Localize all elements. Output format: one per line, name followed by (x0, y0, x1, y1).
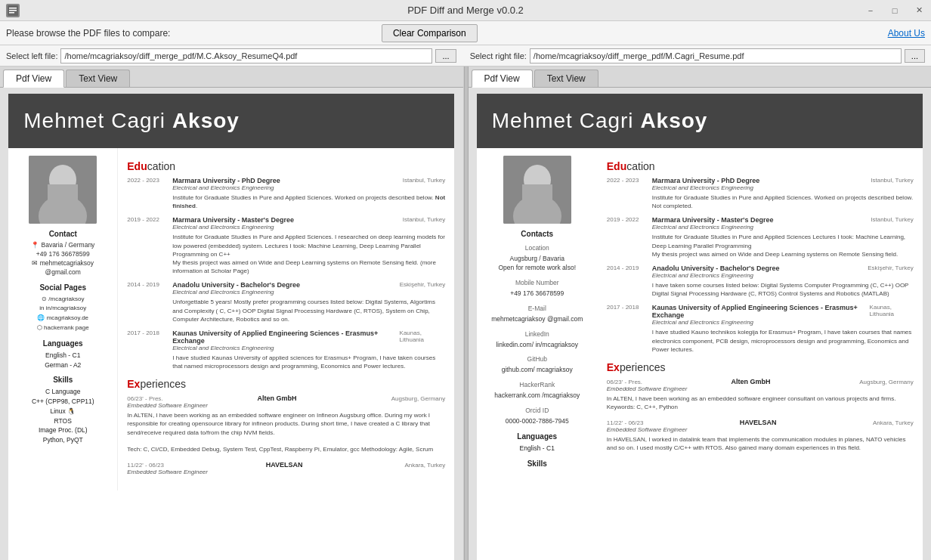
right-mobile-label: Mobile Number (483, 279, 592, 286)
left-resume-left-col: Contact 📍 Bavaria / Germany +49 176 3667… (8, 148, 118, 490)
right-mobile-val: +49 176 36678599 (483, 289, 592, 299)
right-edu-item-1: 2019 - 2022 Marmara University - Master'… (607, 216, 914, 258)
right-name-bold: Aksoy (640, 109, 707, 132)
svg-rect-7 (48, 184, 78, 211)
svg-rect-1 (9, 8, 17, 9)
browse-label: Please browse the PDF files to compare: (6, 28, 170, 39)
right-experiences-title: Experiences (607, 361, 914, 373)
clear-comparison-button[interactable]: Clear Comparison (382, 24, 478, 42)
right-photo (503, 156, 571, 224)
maximize-button[interactable]: □ (883, 0, 907, 21)
left-contact-phone: +49 176 36678599 (14, 250, 111, 259)
right-edu-item-3: 2017 - 2018 Kaunas University of Applied… (607, 304, 914, 354)
left-education-title: Education (127, 160, 445, 172)
left-social-hackerrank: ⬡ hackerrank page (14, 323, 111, 333)
left-photo (29, 156, 97, 224)
github-icon: ⊙ (42, 295, 47, 302)
web-icon: 🌐 (37, 314, 45, 321)
right-pdf-content[interactable]: Mehmet Cagri Aksoy (469, 88, 932, 560)
left-social-linkedin: in in/mcagriaksoy (14, 304, 111, 314)
right-edu-item-2: 2014 - 2019 Anadolu University - Bachelo… (607, 265, 914, 298)
left-exp-item-0: 06/23' - Pres. Alten GmbH Augsburg, Germ… (127, 394, 445, 453)
about-link[interactable]: About Us (888, 28, 925, 39)
title-bar: PDF Diff and Merge v0.0.2 − □ ✕ (0, 0, 931, 21)
left-skills-title: Skills (14, 376, 111, 384)
left-contact-title: Contact (14, 230, 111, 238)
right-resume-page: Mehmet Cagri Aksoy (477, 94, 923, 560)
main-area: Pdf View Text View Mehmet Cagri Aksoy (0, 67, 931, 560)
hackerrank-icon: ⬡ (37, 324, 42, 331)
left-name-light: Mehmet Cagri (23, 109, 165, 132)
svg-rect-3 (9, 12, 14, 14)
svg-rect-11 (522, 184, 552, 211)
left-edu-item-3: 2017 - 2018 Kaunas University of Applied… (127, 330, 445, 370)
left-skill-2: C++ (CPP98, CPP11) (14, 397, 111, 407)
left-resume-header: Mehmet Cagri Aksoy (8, 94, 454, 148)
right-pane: Pdf View Text View Mehmet Cagri Aksoy (469, 67, 932, 560)
right-lang-1: English - C1 (483, 444, 592, 453)
right-github-label: GitHub (483, 355, 592, 363)
left-browse-button[interactable]: ... (435, 49, 456, 63)
left-edu-item-2: 2014 - 2019 Anadolu University - Bachelo… (127, 281, 445, 323)
left-social-web: 🌐 mcagriaksoy.de (14, 314, 111, 323)
left-edu-item-0: 2022 - 2023 Marmara University - PhD Deg… (127, 177, 445, 210)
right-resume-right-col: Education 2022 - 2023 Marmara University… (598, 148, 923, 478)
left-skill-1: C Language (14, 387, 111, 397)
left-tab-pdf[interactable]: Pdf View (3, 70, 64, 88)
left-resume-right-col: Education 2022 - 2023 Marmara University… (118, 148, 454, 490)
right-linkedin-label: LinkedIn (483, 330, 592, 338)
right-orcid-val: 0000-0002-7886-7945 (483, 417, 592, 426)
left-file-input[interactable] (60, 48, 432, 63)
right-languages-title: Languages (483, 432, 592, 441)
right-hackerrank-label: HackerRank (483, 381, 592, 388)
left-tab-text[interactable]: Text View (66, 70, 130, 87)
linkedin-icon: in (39, 305, 44, 311)
right-exp-item-1: 11/22' - 06/23 HAVELSAN Ankara, Turkey E… (607, 419, 914, 452)
right-tab-pdf[interactable]: Pdf View (472, 70, 533, 88)
right-exp-item-0: 06/23' - Pres. Alten GmbH Augsburg, Germ… (607, 378, 914, 411)
left-tab-bar: Pdf View Text View (0, 67, 463, 88)
left-skill-6: Python, PyQT (14, 435, 111, 445)
email-icon: ✉ (32, 259, 38, 267)
right-hackerrank-val: hackerrank.com /mcagriaksoy (483, 391, 592, 401)
right-file-label: Select right file: (470, 51, 527, 60)
right-skills-title: Skills (483, 459, 592, 468)
left-file-label: Select left file: (6, 51, 57, 60)
svg-rect-2 (9, 10, 17, 11)
right-email-label: E-Mail (483, 305, 592, 312)
left-lang-1: English - C1 (14, 351, 111, 360)
left-exp-item-1: 11/22' - 06/23 HAVELSAN Ankara, Turkey E… (127, 461, 445, 475)
right-github-val: github.com/ mcagriaksoy (483, 366, 592, 375)
left-resume-body: Contact 📍 Bavaria / Germany +49 176 3667… (8, 148, 454, 490)
left-contact-email: ✉ mehmetcagriaksoy @gmail.com (14, 259, 111, 277)
app-icon (6, 4, 20, 17)
left-skill-3: Linux 🐧 (14, 407, 111, 416)
left-experiences-title: Experiences (127, 378, 445, 390)
left-resume-page: Mehmet Cagri Aksoy (8, 94, 454, 560)
file-selector-row: Select left file: ... Select right file:… (0, 45, 931, 67)
right-resume-body: Contacts Location Augsburg / Bavaria Ope… (477, 148, 923, 478)
right-resume-left-col: Contacts Location Augsburg / Bavaria Ope… (477, 148, 598, 478)
minimize-button[interactable]: − (858, 0, 883, 21)
top-bar: Please browse the PDF files to compare: … (0, 21, 931, 45)
right-file-input[interactable] (530, 48, 902, 63)
right-linkedin-val: linkedin.com/ in/mcagriaksoy (483, 341, 592, 350)
right-email-val: mehmetcagriaksoy @gmail.com (483, 315, 592, 324)
location-icon: 📍 (31, 241, 39, 249)
right-edu-item-0: 2022 - 2023 Marmara University - PhD Deg… (607, 177, 914, 210)
right-tab-bar: Pdf View Text View (469, 67, 932, 88)
app-title: PDF Diff and Merge v0.0.2 (407, 5, 524, 16)
right-resume-header: Mehmet Cagri Aksoy (477, 94, 923, 148)
left-contact-location: 📍 Bavaria / Germany (14, 241, 111, 250)
right-browse-button[interactable]: ... (905, 49, 925, 63)
left-social-github: ⊙ /mcagriaksoy (14, 295, 111, 305)
right-education-title: Education (607, 160, 914, 172)
left-pdf-content[interactable]: Mehmet Cagri Aksoy (0, 88, 463, 560)
left-skill-5: Image Proc. (DL) (14, 425, 111, 435)
left-lang-2: German - A2 (14, 360, 111, 370)
right-tab-text[interactable]: Text View (534, 70, 598, 87)
right-name-light: Mehmet Cagri (492, 109, 634, 132)
right-loc-label: Location (483, 244, 592, 252)
right-orcid-label: Orcid ID (483, 407, 592, 414)
close-button[interactable]: ✕ (907, 0, 931, 21)
